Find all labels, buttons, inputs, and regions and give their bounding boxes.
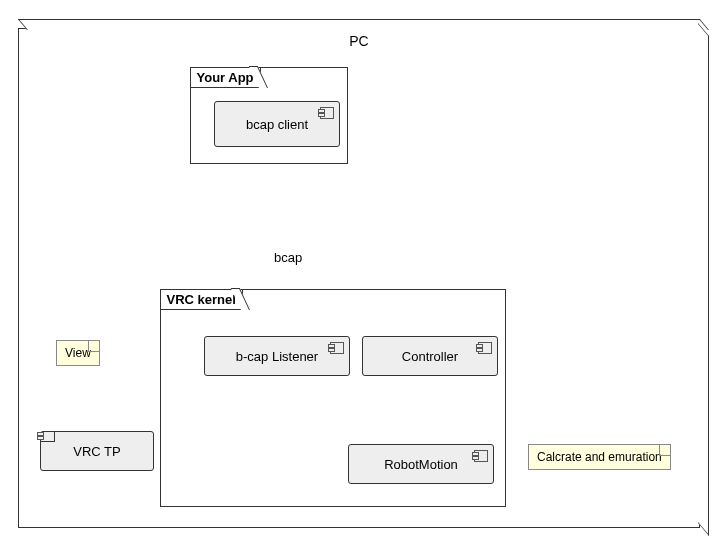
component-label: bcap client: [246, 117, 308, 132]
component-controller: Controller: [362, 336, 498, 376]
component-icon: [330, 342, 344, 354]
package-label-your-app: Your App: [190, 67, 261, 88]
note-text: Calcrate and emuration: [537, 450, 662, 464]
package-label-vrc-kernel: VRC kernel: [160, 289, 243, 310]
component-icon: [478, 342, 492, 354]
note-text: View: [65, 346, 91, 360]
component-icon: [320, 107, 334, 119]
component-bcap-client: bcap client: [214, 101, 340, 147]
note-view: View: [56, 340, 100, 366]
node-title: PC: [349, 33, 368, 49]
component-label: b-cap Listener: [236, 349, 318, 364]
component-vrc-tp: VRC TP: [40, 431, 154, 471]
component-bcap-listener: b-cap Listener: [204, 336, 350, 376]
component-label: VRC TP: [73, 444, 120, 459]
component-icon: [474, 450, 488, 462]
component-label: RobotMotion: [384, 457, 458, 472]
component-icon: [40, 431, 55, 442]
component-robotmotion: RobotMotion: [348, 444, 494, 484]
note-calc: Calcrate and emuration: [528, 444, 671, 470]
label-bcap: bcap: [274, 250, 302, 265]
component-label: Controller: [402, 349, 458, 364]
